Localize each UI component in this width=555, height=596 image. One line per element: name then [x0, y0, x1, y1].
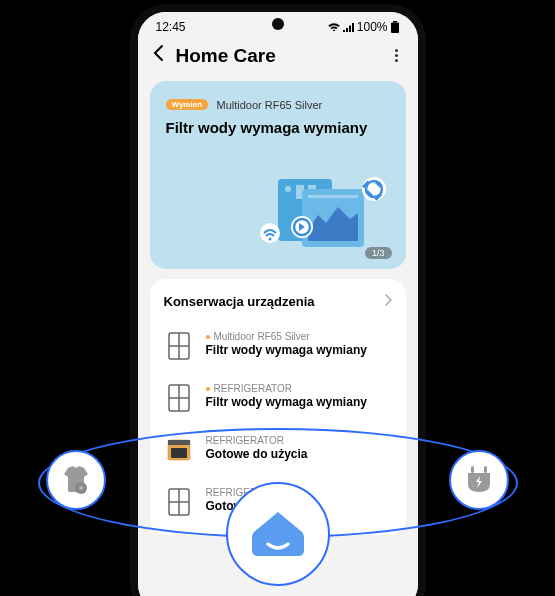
home-badge [226, 482, 330, 586]
status-time: 12:45 [156, 20, 186, 34]
battery-text: 100% [357, 20, 388, 34]
device-name: Multidoor RF65 Silver [206, 331, 392, 342]
chevron-right-icon [384, 293, 392, 309]
svg-rect-32 [471, 466, 474, 473]
shirt-icon [58, 462, 94, 498]
replace-badge: Wymień [166, 99, 209, 110]
section-title: Konserwacja urządzenia [164, 294, 315, 309]
status-indicators: 100% [327, 20, 400, 34]
hero-meta: Wymień Multidoor RF65 Silver [166, 95, 390, 113]
fridge-icon [164, 383, 194, 413]
maintenance-header[interactable]: Konserwacja urządzenia [164, 293, 392, 309]
svg-point-31 [79, 486, 83, 490]
chevron-left-icon [152, 44, 166, 62]
power-badge [449, 450, 509, 510]
hero-illustration [246, 159, 396, 259]
laundry-badge [46, 450, 106, 510]
device-status: Filtr wody wymaga wymiany [206, 395, 392, 409]
svg-rect-0 [393, 21, 397, 23]
hero-device-name: Multidoor RF65 Silver [216, 99, 322, 111]
battery-icon [390, 21, 400, 33]
signal-icon [343, 22, 355, 32]
alert-dot-icon [206, 387, 210, 391]
back-button[interactable] [152, 44, 166, 67]
device-row[interactable]: Multidoor RF65 Silver Filtr wody wymaga … [164, 323, 392, 375]
svg-rect-33 [484, 466, 487, 473]
page-title: Home Care [176, 45, 379, 67]
svg-point-17 [268, 238, 271, 241]
camera-punchhole [272, 18, 284, 30]
pager-indicator: 1/3 [365, 247, 392, 259]
more-button[interactable] [389, 47, 404, 64]
hero-card[interactable]: Wymień Multidoor RF65 Silver Filtr wody … [150, 81, 406, 269]
device-name: REFRIGERATOR [206, 383, 392, 394]
alert-dot-icon [206, 335, 210, 339]
hero-headline: Filtr wody wymaga wymiany [166, 119, 390, 136]
home-icon [248, 504, 308, 564]
fridge-icon [164, 331, 194, 361]
device-status: Filtr wody wymaga wymiany [206, 343, 392, 357]
plug-icon [461, 462, 497, 498]
app-bar: Home Care [138, 38, 418, 75]
wifi-icon [327, 22, 341, 32]
device-row[interactable]: REFRIGERATOR Filtr wody wymaga wymiany [164, 375, 392, 427]
svg-rect-1 [391, 23, 399, 34]
svg-point-3 [285, 186, 291, 192]
svg-rect-7 [308, 195, 358, 198]
